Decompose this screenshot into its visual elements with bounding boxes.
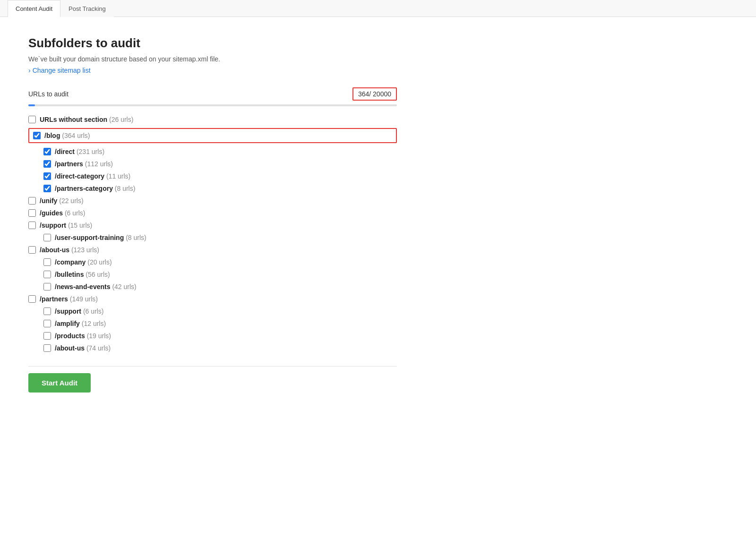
item-label-about-us-sub[interactable]: /about-us (74 urls): [55, 344, 111, 352]
page-subtitle: We`ve built your domain structure based …: [28, 55, 397, 63]
checkbox-unify[interactable]: [28, 197, 36, 205]
checkbox-support[interactable]: [28, 222, 36, 229]
chevron-right-icon: ›: [28, 67, 31, 74]
item-label-partners-category[interactable]: /partners-category (8 urls): [55, 185, 135, 192]
item-label-partners-sub[interactable]: /partners (112 urls): [55, 160, 113, 168]
list-item-blog: /blog (364 urls): [28, 128, 397, 143]
item-label-support[interactable]: /support (15 urls): [40, 222, 92, 229]
checkbox-direct[interactable]: [43, 148, 51, 155]
list-item-support-sub: /support (6 urls): [43, 307, 397, 315]
checkbox-direct-category[interactable]: [43, 172, 51, 180]
list-item-direct: /direct (231 urls): [43, 148, 397, 155]
item-label-unify[interactable]: /unify (22 urls): [40, 197, 84, 205]
change-sitemap-label: Change sitemap list: [33, 67, 91, 74]
item-label-partners-top[interactable]: /partners (149 urls): [40, 295, 98, 303]
item-label-blog[interactable]: /blog (364 urls): [44, 132, 90, 139]
item-label-company[interactable]: /company (20 urls): [55, 258, 112, 266]
checkbox-amplify[interactable]: [43, 320, 51, 327]
item-label-user-support-training[interactable]: /user-support-training (8 urls): [55, 234, 146, 241]
item-label-guides[interactable]: /guides (6 urls): [40, 209, 85, 217]
list-item-company: /company (20 urls): [43, 258, 397, 266]
checkbox-list: URLs without section (26 urls) /blog (36…: [28, 116, 397, 352]
item-label-amplify[interactable]: /amplify (12 urls): [55, 320, 106, 327]
list-item-direct-category: /direct-category (11 urls): [43, 172, 397, 180]
item-label-about-us[interactable]: /about-us (123 urls): [40, 246, 99, 254]
list-item-about-us-sub: /about-us (74 urls): [43, 344, 397, 352]
list-item: URLs without section (26 urls): [28, 116, 397, 123]
list-item-about-us: /about-us (123 urls): [28, 246, 397, 254]
change-sitemap-link[interactable]: › Change sitemap list: [28, 67, 91, 74]
checkbox-bulletins[interactable]: [43, 271, 51, 278]
list-item-amplify: /amplify (12 urls): [43, 320, 397, 327]
checkbox-partners-sub[interactable]: [43, 160, 51, 168]
url-counter-label: URLs to audit: [28, 90, 352, 98]
checkbox-about-us-sub[interactable]: [43, 344, 51, 352]
checkbox-urls-without-section[interactable]: [28, 116, 36, 123]
list-item-unify: /unify (22 urls): [28, 197, 397, 205]
progress-bar-container: [28, 104, 397, 106]
start-audit-button[interactable]: Start Audit: [28, 373, 91, 393]
list-item-support: /support (15 urls): [28, 222, 397, 229]
list-item-news-and-events: /news-and-events (42 urls): [43, 283, 397, 290]
progress-bar-fill: [28, 104, 35, 106]
item-label-direct-category[interactable]: /direct-category (11 urls): [55, 172, 130, 180]
item-label-bulletins[interactable]: /bulletins (56 urls): [55, 271, 110, 278]
list-item-partners-top: /partners (149 urls): [28, 295, 397, 303]
checkbox-support-sub[interactable]: [43, 307, 51, 315]
checkbox-guides[interactable]: [28, 209, 36, 217]
tab-post-tracking[interactable]: Post Tracking: [60, 0, 114, 17]
checkbox-partners-top[interactable]: [28, 295, 36, 303]
url-counter-row: URLs to audit 364/ 20000: [28, 87, 397, 101]
item-label-support-sub[interactable]: /support (6 urls): [55, 307, 103, 315]
list-item-partners-category: /partners-category (8 urls): [43, 185, 397, 192]
item-label-news-and-events[interactable]: /news-and-events (42 urls): [55, 283, 137, 290]
list-item-partners-sub: /partners (112 urls): [43, 160, 397, 168]
checkbox-partners-category[interactable]: [43, 185, 51, 192]
checkbox-about-us[interactable]: [28, 246, 36, 254]
page-title: Subfolders to audit: [28, 36, 397, 51]
checkbox-company[interactable]: [43, 258, 51, 266]
url-counter-badge: 364/ 20000: [352, 87, 397, 101]
item-label-urls-without-section[interactable]: URLs without section (26 urls): [40, 116, 133, 123]
list-item-products: /products (19 urls): [43, 332, 397, 340]
list-item-guides: /guides (6 urls): [28, 209, 397, 217]
item-label-direct[interactable]: /direct (231 urls): [55, 148, 104, 155]
main-content: Subfolders to audit We`ve built your dom…: [0, 17, 425, 411]
checkbox-blog[interactable]: [33, 132, 41, 139]
checkbox-products[interactable]: [43, 332, 51, 340]
list-item-user-support-training: /user-support-training (8 urls): [43, 234, 397, 241]
checkbox-user-support-training[interactable]: [43, 234, 51, 241]
list-item-bulletins: /bulletins (56 urls): [43, 271, 397, 278]
tab-content-audit[interactable]: Content Audit: [8, 0, 60, 17]
item-label-products[interactable]: /products (19 urls): [55, 332, 111, 340]
tab-bar: Content Audit Post Tracking: [0, 0, 756, 17]
section-divider: [28, 366, 397, 367]
checkbox-news-and-events[interactable]: [43, 283, 51, 290]
